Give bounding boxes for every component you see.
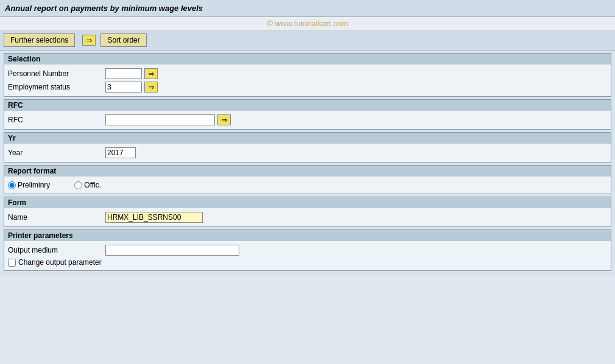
rfc-input[interactable] xyxy=(105,114,215,125)
form-name-input[interactable] xyxy=(105,212,203,223)
further-selections-arrow-icon[interactable]: ⇒ xyxy=(82,35,96,46)
sort-order-button[interactable]: Sort order xyxy=(100,33,146,47)
selection-section: Selection Personnel Number ⇒ Employment … xyxy=(4,53,611,97)
report-format-section: Report format Preliminry Offic. xyxy=(4,165,611,194)
preliminry-radio[interactable] xyxy=(8,181,16,189)
selection-header: Selection xyxy=(4,54,611,65)
personnel-number-arrow-icon[interactable]: ⇒ xyxy=(144,68,158,79)
report-format-options: Preliminry Offic. xyxy=(8,179,607,191)
watermark-bar: © www.tutorialkart.com xyxy=(0,17,615,30)
watermark-text: © www.tutorialkart.com xyxy=(267,19,348,28)
yr-body: Year xyxy=(4,144,611,162)
offic-radio[interactable] xyxy=(74,181,82,189)
personnel-number-input[interactable] xyxy=(105,68,142,79)
rfc-body: RFC ⇒ xyxy=(4,111,611,129)
yr-header: Yr xyxy=(4,133,611,144)
output-medium-input[interactable] xyxy=(105,245,239,256)
output-medium-label: Output medium xyxy=(8,246,105,254)
report-format-header: Report format xyxy=(4,166,611,177)
rfc-header: RFC xyxy=(4,100,611,111)
employment-status-label: Employment status xyxy=(8,83,105,91)
output-medium-row: Output medium xyxy=(8,243,607,257)
offic-label: Offic. xyxy=(84,181,101,189)
printer-section: Printer parameters Output medium Change … xyxy=(4,229,611,271)
year-row: Year xyxy=(8,146,607,159)
sort-order-label: Sort order xyxy=(107,36,139,44)
main-content: Selection Personnel Number ⇒ Employment … xyxy=(0,51,615,276)
change-output-row: Change output parameter xyxy=(8,257,607,268)
employment-status-input[interactable] xyxy=(105,82,142,93)
rfc-row: RFC ⇒ xyxy=(8,113,607,127)
form-header: Form xyxy=(4,197,611,208)
yr-section: Yr Year xyxy=(4,132,611,163)
employment-status-arrow-icon[interactable]: ⇒ xyxy=(144,82,158,93)
rfc-section: RFC RFC ⇒ xyxy=(4,99,611,130)
printer-header: Printer parameters xyxy=(4,230,611,241)
offic-radio-item[interactable]: Offic. xyxy=(74,181,101,189)
title-bar: Annual report on payments by minimum wag… xyxy=(0,0,615,17)
form-section: Form Name xyxy=(4,197,611,227)
rfc-arrow-icon[interactable]: ⇒ xyxy=(217,114,231,125)
toolbar: Further selections ⇒ Sort order xyxy=(0,30,615,51)
personnel-number-row: Personnel Number ⇒ xyxy=(8,67,607,80)
form-body: Name xyxy=(4,208,611,226)
rfc-label: RFC xyxy=(8,116,105,124)
year-input[interactable] xyxy=(105,147,136,158)
page-title: Annual report on payments by minimum wag… xyxy=(5,4,203,13)
selection-body: Personnel Number ⇒ Employment status ⇒ xyxy=(4,65,611,96)
personnel-number-label: Personnel Number xyxy=(8,69,105,78)
further-selections-button[interactable]: Further selections xyxy=(4,33,75,47)
form-name-row: Name xyxy=(8,211,607,224)
report-format-body: Preliminry Offic. xyxy=(4,177,611,194)
employment-status-row: Employment status ⇒ xyxy=(8,80,607,94)
printer-body: Output medium Change output parameter xyxy=(4,241,611,270)
change-output-checkbox[interactable] xyxy=(8,259,16,267)
preliminry-radio-item[interactable]: Preliminry xyxy=(8,181,50,189)
change-output-label: Change output parameter xyxy=(18,258,102,267)
form-name-label: Name xyxy=(8,213,105,222)
preliminry-label: Preliminry xyxy=(18,181,50,189)
year-label: Year xyxy=(8,149,105,157)
